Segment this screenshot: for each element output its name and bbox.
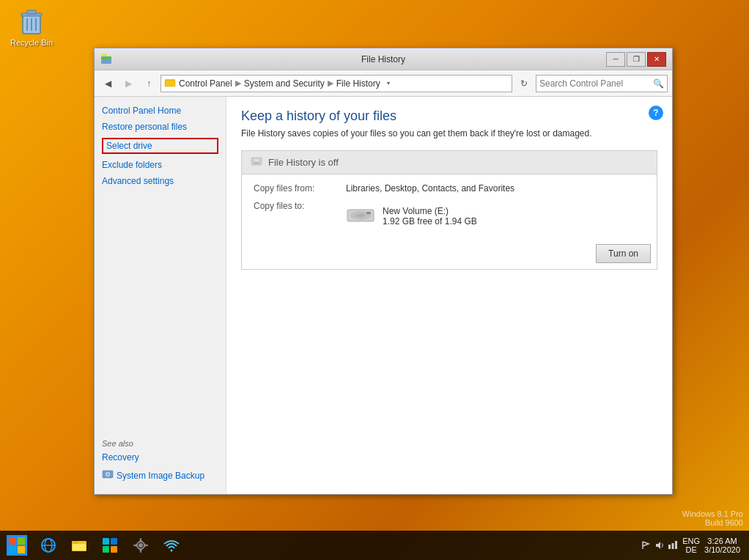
taskbar-clock[interactable]: 3:26 AM 3/10/2020 (704, 537, 740, 554)
address-bar: Control Panel ▶ System and Security ▶ Fi… (160, 75, 512, 92)
search-input[interactable] (539, 78, 653, 89)
drive-info: New Volume (E:) 1.92 GB free of 1.94 GB (346, 204, 477, 228)
watermark-line1: Windows 8.1 Pro (682, 509, 743, 518)
taskbar-time: 3:26 AM (704, 537, 740, 545)
taskbar-settings-button[interactable] (126, 531, 155, 559)
windows-watermark: Windows 8.1 Pro Build 9600 (682, 509, 743, 527)
watermark-line2: Build 9600 (682, 518, 743, 527)
page-title: Keep a history of your files (241, 108, 657, 124)
close-button[interactable]: ✕ (647, 52, 666, 67)
back-button[interactable]: ◀ (99, 75, 117, 92)
svg-point-20 (356, 214, 365, 218)
see-also-title: See also (102, 439, 218, 448)
svg-rect-17 (254, 159, 259, 162)
sidebar: Control Panel Home Restore personal file… (95, 97, 226, 494)
breadcrumb-file-history[interactable]: File History (336, 78, 380, 89)
taskbar-notifications (641, 540, 678, 550)
svg-rect-41 (672, 543, 674, 549)
svg-rect-7 (101, 56, 111, 59)
svg-point-38 (139, 544, 143, 548)
svg-rect-33 (111, 538, 117, 545)
svg-point-9 (105, 54, 107, 56)
sidebar-item-recovery[interactable]: Recovery (102, 452, 218, 463)
window-icon (100, 54, 112, 65)
search-icon: 🔍 (653, 78, 664, 89)
nav-bar: ◀ ▶ ↑ Control Panel ▶ System and Securit… (95, 70, 672, 97)
taskbar-network-status-icon (668, 540, 678, 550)
taskbar-file-explorer-button[interactable] (64, 531, 94, 559)
breadcrumb-system-security[interactable]: System and Security (244, 78, 325, 89)
address-dropdown-button[interactable]: ▾ (383, 75, 394, 92)
svg-rect-42 (675, 541, 677, 549)
recycle-bin-label: Recycle Bin (10, 38, 53, 47)
svg-rect-24 (9, 546, 16, 553)
desktop: Recycle Bin File History ─ ❐ ✕ ◀ (0, 0, 749, 560)
taskbar-right: ENGDE 3:26 AM 3/10/2020 (641, 537, 746, 554)
taskbar-store-button[interactable] (95, 531, 125, 559)
title-bar: File History ─ ❐ ✕ (95, 48, 672, 70)
content-area: Control Panel Home Restore personal file… (95, 97, 672, 494)
taskbar-date: 3/10/2020 (704, 545, 740, 554)
drive-name: New Volume (E:) (383, 206, 477, 216)
svg-rect-2 (27, 10, 36, 14)
turn-on-button[interactable]: Turn on (596, 244, 651, 263)
svg-rect-21 (366, 212, 371, 214)
copy-to-row: Copy files to: (254, 201, 645, 228)
status-box-content: Copy files from: Libraries, Desktop, Con… (242, 174, 657, 244)
taskbar-language: ENGDE (682, 537, 700, 554)
svg-rect-25 (18, 546, 25, 553)
window-title: File History (361, 54, 405, 65)
svg-rect-35 (111, 546, 117, 553)
svg-rect-40 (668, 545, 671, 549)
address-folder-icon (164, 76, 176, 90)
system-image-icon (102, 468, 114, 482)
taskbar: ENGDE 3:26 AM 3/10/2020 (0, 531, 749, 560)
copy-to-label: Copy files to: (254, 201, 334, 211)
page-description: File History saves copies of your files … (241, 128, 657, 139)
drive-details: New Volume (E:) 1.92 GB free of 1.94 GB (383, 206, 477, 226)
breadcrumb-sep-2: ▶ (328, 78, 333, 88)
breadcrumb-control-panel[interactable]: Control Panel (179, 78, 232, 89)
svg-point-8 (102, 54, 104, 56)
drive-space: 1.92 GB free of 1.94 GB (383, 216, 477, 226)
sidebar-item-restore-files[interactable]: Restore personal files (102, 122, 218, 132)
restore-button[interactable]: ❐ (627, 52, 646, 67)
sidebar-item-system-image-backup[interactable]: System Image Backup (117, 471, 204, 481)
status-box-title: File History is off (268, 157, 339, 168)
start-icon (7, 535, 27, 556)
copy-from-row: Copy files from: Libraries, Desktop, Con… (254, 183, 645, 194)
taskbar-ie-button[interactable] (34, 531, 63, 559)
status-box-icon (251, 155, 262, 169)
sidebar-item-cp-home[interactable]: Control Panel Home (102, 106, 218, 116)
svg-rect-34 (103, 546, 109, 553)
recycle-bin[interactable]: Recycle Bin (6, 6, 57, 47)
window-controls: ─ ❐ ✕ (606, 52, 666, 67)
taskbar-network-button[interactable] (157, 531, 186, 559)
status-box-header: File History is off (242, 151, 657, 174)
up-button[interactable]: ↑ (140, 75, 158, 92)
sidebar-see-also: See also Recovery System Image Backup (102, 439, 218, 485)
help-button[interactable]: ? (649, 106, 663, 120)
sidebar-item-system-image-backup-row: System Image Backup (102, 468, 218, 482)
svg-rect-30 (72, 541, 78, 544)
search-bar: 🔍 (536, 75, 668, 92)
drive-icon (346, 204, 375, 228)
copy-from-label: Copy files from: (254, 183, 334, 194)
refresh-button[interactable]: ↻ (515, 75, 533, 92)
taskbar-volume-icon (654, 540, 665, 550)
svg-point-14 (107, 474, 108, 475)
forward-button[interactable]: ▶ (119, 75, 137, 92)
svg-rect-22 (9, 537, 16, 545)
sidebar-item-advanced-settings[interactable]: Advanced settings (102, 176, 218, 186)
breadcrumb-sep-1: ▶ (235, 78, 241, 88)
svg-rect-23 (18, 537, 25, 545)
start-button[interactable] (3, 531, 31, 559)
recycle-bin-icon (17, 6, 46, 35)
sidebar-item-exclude-folders[interactable]: Exclude folders (102, 160, 218, 170)
minimize-button[interactable]: ─ (606, 52, 625, 67)
copy-from-value: Libraries, Desktop, Contacts, and Favori… (346, 183, 514, 194)
svg-rect-32 (103, 538, 109, 545)
main-panel: ? Keep a history of your files File Hist… (226, 97, 672, 494)
taskbar-flag-icon (641, 540, 652, 550)
sidebar-item-select-drive[interactable]: Select drive (102, 138, 218, 154)
